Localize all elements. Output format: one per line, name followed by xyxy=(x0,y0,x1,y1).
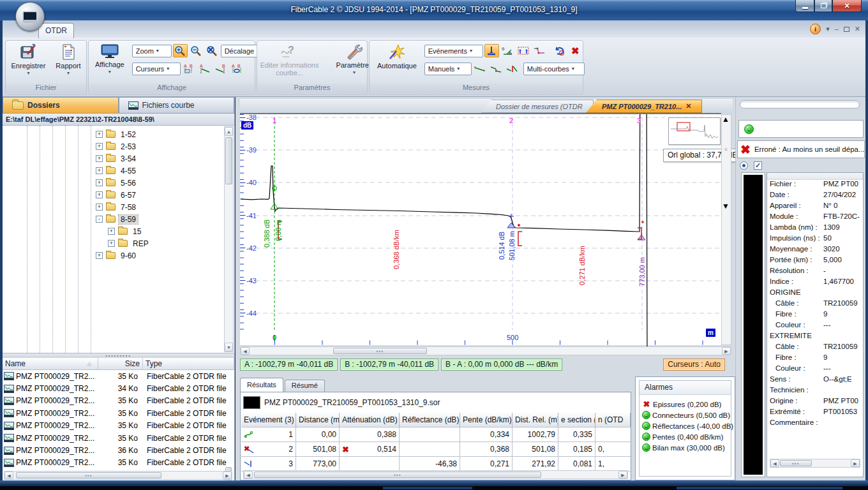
tree-folder-item[interactable]: + 2-53 xyxy=(3,140,224,152)
event-angle-button[interactable]: θ xyxy=(500,44,515,57)
tree-expander-icon[interactable]: + xyxy=(96,179,103,186)
manual-splice-button[interactable] xyxy=(489,62,504,75)
tree-folder-item[interactable]: + 7-58 xyxy=(3,201,224,213)
tab-active-curve[interactable]: PMZ PT000029_TR210... ✕ xyxy=(586,100,702,113)
tree-folder-item[interactable]: - 8-59 xyxy=(3,213,224,225)
otdr-trace-plot[interactable]: 0,388 dB 0,00 m 0,368 dB/km 0,514 dB 501… xyxy=(240,113,721,345)
scroll-up-icon[interactable]: ▲ xyxy=(225,127,233,136)
tree-expander-icon[interactable]: + xyxy=(96,155,103,162)
col-section[interactable]: e section ( xyxy=(558,413,595,427)
curve-radio-button[interactable] xyxy=(740,161,748,170)
scroll-right-icon[interactable]: ▶ xyxy=(722,347,731,355)
tab-resume[interactable]: Résumé xyxy=(285,380,325,392)
file-list-item[interactable]: PMZ PT000029_TR2... 35 Ko FiberCable 2 O… xyxy=(3,407,234,419)
mdi-close-button[interactable]: ✕ xyxy=(855,24,860,34)
file-list-item[interactable]: PMZ PT000029_TR2... 35 Ko FiberCable 2 O… xyxy=(3,370,234,382)
results-scrollbar-thumb[interactable]: ▪▪▪ xyxy=(254,471,541,478)
col-attenuation[interactable]: Atténuation (dB) xyxy=(340,413,400,427)
curve-properties[interactable]: Fichier : PMZ PT00 Date : 27/04/202 Appa… xyxy=(767,172,864,477)
curve-visible-checkbox[interactable]: ✓ xyxy=(754,161,762,170)
cursor-b-button[interactable]: B xyxy=(214,62,228,75)
curves-horizontal-scrollbar[interactable] xyxy=(740,100,860,108)
zoom-out-button[interactable] xyxy=(189,44,204,57)
scroll-right-icon[interactable]: ▶ xyxy=(618,471,627,479)
tree-expander-icon[interactable]: + xyxy=(108,228,115,235)
event-zone-button[interactable] xyxy=(516,44,531,57)
cursor-a-button[interactable]: A xyxy=(198,62,213,75)
tree-scrollbar-thumb[interactable] xyxy=(225,137,232,184)
tree-folder-item[interactable]: + REP xyxy=(3,237,224,249)
manual-reflectance-button[interactable] xyxy=(505,62,520,75)
event-curve-button[interactable] xyxy=(532,44,547,57)
info-button[interactable]: i xyxy=(810,24,821,34)
curseurs-dropdown[interactable]: Curseurs ▾ xyxy=(132,63,181,75)
event-row-1[interactable]: 1 0,00 0,388 0,334 1002,79 0,335 xyxy=(241,427,631,442)
tree-folder-item[interactable]: + 6-57 xyxy=(3,189,224,201)
scroll-left-icon[interactable]: ◀ xyxy=(244,471,253,479)
file-list-header[interactable]: Name Size Type xyxy=(3,358,234,370)
tree-expander-icon[interactable]: + xyxy=(96,252,103,259)
tab-measure-folder[interactable]: Dossier de mesures (OTDR xyxy=(481,100,594,113)
manual-dropdown[interactable]: Manuels ▾ xyxy=(424,63,472,75)
mdi-minimize-button[interactable]: – xyxy=(835,24,839,34)
save-button[interactable]: Enregistrer ▾ xyxy=(8,41,50,84)
tree-folder-item[interactable]: + 15 xyxy=(3,225,224,237)
tree-expander-icon[interactable]: + xyxy=(96,191,103,198)
tree-folder-item[interactable]: + 4-55 xyxy=(3,165,224,177)
chart-vertical-scrollbar[interactable]: ▲ ≡ ▼ xyxy=(721,114,731,345)
col-position-otdr[interactable]: n (OTD xyxy=(595,413,631,427)
curve-color-column[interactable] xyxy=(741,172,765,477)
file-list-item[interactable]: PMZ PT000029_TR2... 35 Ko FiberCable 2 O… xyxy=(3,457,234,469)
window-close-button[interactable]: ✕ xyxy=(832,0,862,12)
col-pente[interactable]: Pente (dB/km) xyxy=(460,413,513,427)
scroll-left-icon[interactable]: ◀ xyxy=(770,459,779,467)
mdi-restore-button[interactable] xyxy=(844,27,849,32)
event-marker-button[interactable] xyxy=(484,44,499,57)
automatic-measure-button[interactable]: Automatique xyxy=(373,41,421,84)
chevron-down-icon[interactable]: ▾ xyxy=(826,24,830,34)
file-list-horizontal-scrollbar[interactable]: ◀ ▪▪▪ ▶ xyxy=(4,471,232,480)
tree-expander-icon[interactable]: + xyxy=(96,204,103,211)
zoom-reset-button[interactable] xyxy=(205,44,220,57)
tree-folder-item[interactable]: + 5-56 xyxy=(3,177,224,189)
column-header-type[interactable]: Type xyxy=(143,358,234,369)
column-header-size[interactable]: Size xyxy=(98,358,143,369)
scroll-down-icon[interactable]: ▼ xyxy=(225,343,233,352)
file-list-item[interactable]: PMZ PT000029_TR2... 35 Ko FiberCable 2 O… xyxy=(3,420,234,432)
tree-vertical-scrollbar[interactable]: ▲ ▼ xyxy=(224,126,234,352)
chart-scrollbar-hthumb[interactable]: ▪▪▪ xyxy=(333,348,427,354)
scroll-right-icon[interactable]: ▶ xyxy=(851,459,860,467)
events-table[interactable]: Evénement (3) Distance (m) Atténuation (… xyxy=(241,413,631,471)
tree-expander-icon[interactable]: - xyxy=(96,216,103,223)
cursor-lock-button[interactable]: AB xyxy=(230,62,244,75)
tree-folder-item[interactable]: + 3-54 xyxy=(3,152,224,165)
col-reflectance[interactable]: Réflectance (dB) xyxy=(400,413,460,427)
scroll-left-icon[interactable]: ◀ xyxy=(241,347,250,355)
display-button[interactable]: Affichage ▾ xyxy=(91,41,128,84)
zoom-in-button[interactable] xyxy=(173,44,188,57)
tree-expander-icon[interactable]: + xyxy=(108,240,115,247)
event-row-2[interactable]: ✖ 2 501,08 ✖ 0,514 0,368 501,08 0,185 0, xyxy=(241,442,631,457)
tab-fichiers-courbe[interactable]: Fichiers courbe xyxy=(119,97,235,114)
application-menu-button[interactable] xyxy=(15,2,45,31)
title-bar[interactable]: FiberCable 2 © JDSU 1994-2014 - [PMZ PT0… xyxy=(0,0,868,20)
manual-slope-button[interactable] xyxy=(473,62,488,75)
col-dist-rel[interactable]: Dist. Rel. (m) xyxy=(513,413,558,427)
tree-folder-item[interactable]: + 1-52 xyxy=(3,128,224,140)
zoom-dropdown[interactable]: Zoom ▾ xyxy=(132,45,172,57)
file-list-item[interactable]: PMZ PT000029_TR2... 34 Ko FiberCable 2 O… xyxy=(3,382,234,394)
undo-measure-button[interactable] xyxy=(552,44,567,57)
properties-scrollbar-thumb[interactable]: ▪▪▪ xyxy=(780,460,812,466)
multicurve-dropdown[interactable]: Multi-courbes ▾ xyxy=(523,63,585,75)
ribbon-tab-otdr[interactable]: OTDR xyxy=(38,23,74,38)
tab-dossiers[interactable]: Dossiers xyxy=(3,97,119,114)
panel-splitter[interactable]: ▪▪▪▪▪▪▪▪▪ xyxy=(3,353,234,358)
tab-resultats[interactable]: Résultats xyxy=(240,378,283,392)
window-minimize-button[interactable] xyxy=(795,0,814,12)
events-dropdown[interactable]: Evénements ▾ xyxy=(424,45,483,57)
close-tab-icon[interactable]: ✕ xyxy=(685,102,691,110)
chart-horizontal-scrollbar[interactable]: ◀ ▪▪▪ ▶ xyxy=(240,346,731,355)
delete-measure-button[interactable]: ✖ xyxy=(568,44,583,57)
results-horizontal-scrollbar[interactable]: ◀ ▪▪▪ ▶ xyxy=(243,470,628,479)
column-header-name[interactable]: Name xyxy=(3,358,98,369)
